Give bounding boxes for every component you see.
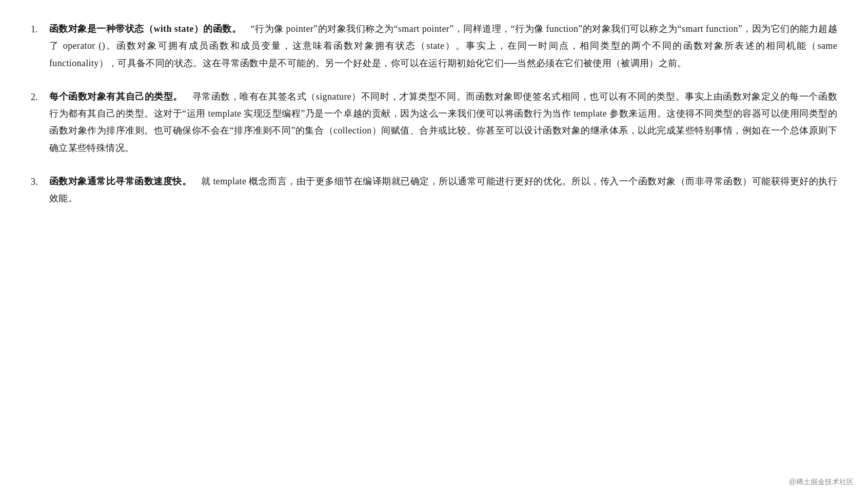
- article-list: 1. 函数对象是一种带状态（with state）的函数。 “行为像 point…: [31, 21, 837, 207]
- item-bold-3: 函数对象通常比寻常函数速度快。: [49, 176, 191, 186]
- item-number-1: 1.: [31, 21, 49, 72]
- item-content-1: 函数对象是一种带状态（with state）的函数。 “行为像 pointer”…: [49, 21, 837, 72]
- watermark: @稀土掘金技术社区: [789, 478, 854, 487]
- list-item: 3. 函数对象通常比寻常函数速度快。 就 template 概念而言，由于更多细…: [31, 173, 837, 207]
- item-number-3: 3.: [31, 173, 49, 207]
- list-item: 1. 函数对象是一种带状态（with state）的函数。 “行为像 point…: [31, 21, 837, 72]
- list-item: 2. 每个函数对象有其自己的类型。 寻常函数，唯有在其签名式（signature…: [31, 88, 837, 157]
- item-bold-1: 函数对象是一种带状态（with state）的函数。: [49, 24, 241, 34]
- item-bold-2: 每个函数对象有其自己的类型。: [49, 91, 183, 102]
- item-number-2: 2.: [31, 88, 49, 157]
- page-container: 1. 函数对象是一种带状态（with state）的函数。 “行为像 point…: [0, 0, 868, 265]
- item-content-2: 每个函数对象有其自己的类型。 寻常函数，唯有在其签名式（signature）不同…: [49, 88, 837, 157]
- item-content-3: 函数对象通常比寻常函数速度快。 就 template 概念而言，由于更多细节在编…: [49, 173, 837, 207]
